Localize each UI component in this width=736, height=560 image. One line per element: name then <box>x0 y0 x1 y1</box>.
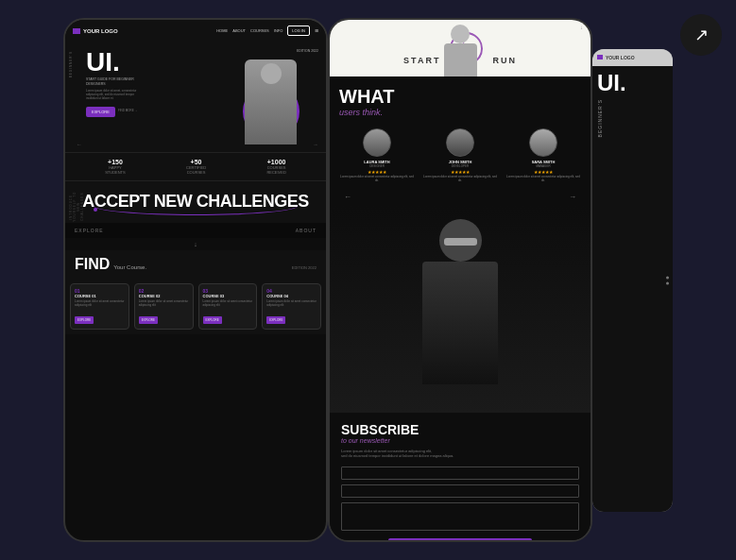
rp-dot-2 <box>666 281 669 284</box>
lp-find-title: FIND <box>75 256 110 273</box>
lp-course-3: 03 COURSE 03 Lorem ipsum dolor sit amet … <box>198 283 258 330</box>
mp-form-mail[interactable] <box>341 484 579 498</box>
lp-find-section: FIND Your Course. EDITION 2022 <box>65 250 326 279</box>
lp-challenge-section: INTRODUCE YOURSELF TO NEW CHALLENGES ACC… <box>65 181 326 223</box>
arrow-button[interactable]: ↗ <box>680 14 722 56</box>
lp-course-desc-4: Lorem ipsum dolor sit amet consectetur a… <box>266 300 317 308</box>
lp-course-title-2: COURSE 02 <box>139 294 189 298</box>
mp-review-2: Lorem ipsum dolor sit amet consectetur a… <box>422 176 498 183</box>
mp-prev-arrow[interactable]: ← <box>344 193 351 201</box>
lp-course-title-1: COURSE 01 <box>75 294 125 298</box>
left-phone-mockup: YOUR LOGO HOME ABOUT COURSES INFO LOG IN… <box>63 18 328 542</box>
mp-avatar-img-2 <box>447 129 473 156</box>
mp-what-section: WHAT users think. <box>330 76 591 123</box>
lp-hamburger-icon[interactable]: ≡ <box>315 27 318 34</box>
mp-banner-start: START <box>403 56 440 65</box>
rp-logo-text: YOUR LOGO <box>606 55 635 60</box>
lp-login-button[interactable]: LOG IN <box>287 25 310 36</box>
lp-challenge-curve <box>94 196 298 215</box>
lp-stat-received: +1000 COURSESRECEIVED <box>266 159 285 175</box>
lp-nav-about[interactable]: ABOUT <box>232 28 246 33</box>
lp-course-1: 01 COURSE 01 Lorem ipsum dolor sit amet … <box>70 283 129 330</box>
mp-banner: START RUN ↓ <box>330 20 591 76</box>
mp-what-title: WHAT <box>339 86 581 108</box>
lp-logo: YOUR LOGO <box>73 28 118 34</box>
lp-prev-arrow[interactable]: ← <box>77 142 82 147</box>
lp-stat-label-students: HAPPYSTUDENTS <box>105 165 126 175</box>
mp-subscribe-subtitle: to our newsletter <box>341 437 579 444</box>
lp-nav: HOME ABOUT COURSES INFO LOG IN ≡ <box>216 25 318 36</box>
lp-course-btn-4[interactable]: EXPLORE <box>266 316 285 324</box>
mp-avatar-1 <box>363 128 391 157</box>
lp-hero-text: UI. START GUIDE FOR BEGINNERDESIGNERS Lo… <box>86 49 228 144</box>
mp-testimonials: LAURA SMITH DESIGNER ★★★★★ Lorem ipsum d… <box>330 123 591 189</box>
lp-explore-bar: EXPLORE ABOUT <box>65 223 326 238</box>
lp-stat-num-received: +1000 <box>266 159 285 165</box>
lp-logo-icon <box>73 28 80 34</box>
lp-stat-courses: +50 CERTIFIEDCOURSES <box>186 159 206 175</box>
mp-testimonial-2: JOHN SMITH DEVELOPER ★★★★★ Lorem ipsum d… <box>422 128 498 183</box>
lp-challenge-side-text: INTRODUCE YOURSELF TO NEW CHALLENGES <box>69 191 84 223</box>
rp-dots <box>666 276 669 284</box>
lp-course-btn-3[interactable]: EXPLORE <box>203 316 222 324</box>
rp-dot-1 <box>666 276 669 279</box>
rp-ui-title: UI. <box>597 72 668 94</box>
mp-banner-body <box>444 43 477 76</box>
mp-person-silhouette <box>399 205 522 413</box>
lp-next-arrow[interactable]: → <box>313 142 318 147</box>
mp-nav-arrows: ← → <box>330 189 591 205</box>
mp-form-name[interactable] <box>341 467 579 480</box>
rp-header: YOUR LOGO <box>592 49 673 66</box>
mp-hero-body <box>422 262 498 384</box>
lp-find-subtitle: Your Course. <box>113 264 146 270</box>
rp-beginner-label: BEGINNER'S <box>597 99 603 137</box>
mp-role-1: DESIGNER <box>339 164 415 168</box>
mp-avatar-2 <box>446 128 474 157</box>
lp-courses-section: 01 COURSE 01 Lorem ipsum dolor sit amet … <box>65 279 326 334</box>
mp-banner-figure <box>436 25 484 76</box>
arrow-icon: ↗ <box>694 25 709 45</box>
lp-stat-num-students: +150 <box>105 159 126 165</box>
mp-banner-head <box>451 25 470 43</box>
lp-stats-section: +150 HAPPYSTUDENTS +50 CERTIFIEDCOURSES … <box>65 152 326 181</box>
mp-avatar-img-1 <box>364 129 390 156</box>
lp-hero-desc: START GUIDE FOR BEGINNERDESIGNERS <box>86 77 228 87</box>
lp-header: YOUR LOGO HOME ABOUT COURSES INFO LOG IN… <box>65 20 326 42</box>
lp-hero-section: BEGINNER'S UI. START GUIDE FOR BEGINNERD… <box>65 42 326 152</box>
mp-submit-button[interactable]: SEND MESSAGE <box>388 538 531 542</box>
lp-beginner-label: BEGINNER'S <box>69 51 73 77</box>
lp-course-4: 04 COURSE 04 Lorem ipsum dolor sit amet … <box>262 283 321 330</box>
lp-about-label[interactable]: ABOUT <box>296 228 317 233</box>
mp-hero-head <box>439 219 482 262</box>
mp-subscribe-title: SUBSCRIBE <box>341 422 579 437</box>
lp-hero-visual: EDITION 2022 <box>233 49 318 144</box>
lp-nav-home[interactable]: HOME <box>216 28 228 33</box>
lp-explore-label[interactable]: EXPLORE <box>75 228 104 233</box>
mp-review-1: Lorem ipsum dolor sit amet consectetur a… <box>339 176 415 183</box>
mp-form-message[interactable] <box>341 502 579 531</box>
right-phone-partial: YOUR LOGO UI. BEGINNER'S <box>592 49 673 512</box>
rp-logo-icon <box>597 55 603 59</box>
lp-stat-label-received: COURSESRECEIVED <box>266 165 285 175</box>
mp-subscribe-desc: Lorem ipsum dolor sit amet consectetur a… <box>341 449 579 459</box>
lp-edition-label: EDITION 2022 <box>233 49 318 53</box>
mp-next-arrow[interactable]: → <box>569 193 576 201</box>
lp-course-desc-3: Lorem ipsum dolor sit amet consectetur a… <box>203 300 253 308</box>
lp-course-btn-2[interactable]: EXPLORE <box>139 316 158 324</box>
mp-role-3: MANAGER <box>505 164 581 168</box>
lp-nav-courses[interactable]: COURSES <box>250 28 269 33</box>
mp-subscribe-section: SUBSCRIBE to our newsletter Lorem ipsum … <box>330 413 591 542</box>
lp-find-edition: EDITION 2022 <box>292 265 317 270</box>
lp-nav-info[interactable]: INFO <box>274 28 283 33</box>
lp-person-body <box>245 59 297 144</box>
mp-testimonial-1: LAURA SMITH DESIGNER ★★★★★ Lorem ipsum d… <box>339 128 415 183</box>
lp-ui-title: UI. <box>86 49 228 76</box>
mp-role-2: DEVELOPER <box>422 164 498 168</box>
lp-stat-label-courses: CERTIFIEDCOURSES <box>186 165 206 175</box>
lp-course-btn-1[interactable]: EXPLORE <box>75 316 94 324</box>
lp-hero-body: Lorem ipsum dolor sit amet, consectetura… <box>86 90 228 101</box>
lp-hero-link[interactable]: FIND MORE → <box>118 109 138 112</box>
lp-explore-button[interactable]: EXPLORE <box>86 107 115 117</box>
mp-review-3: Lorem ipsum dolor sit amet consectetur a… <box>505 176 581 183</box>
lp-course-title-3: COURSE 03 <box>203 294 253 298</box>
